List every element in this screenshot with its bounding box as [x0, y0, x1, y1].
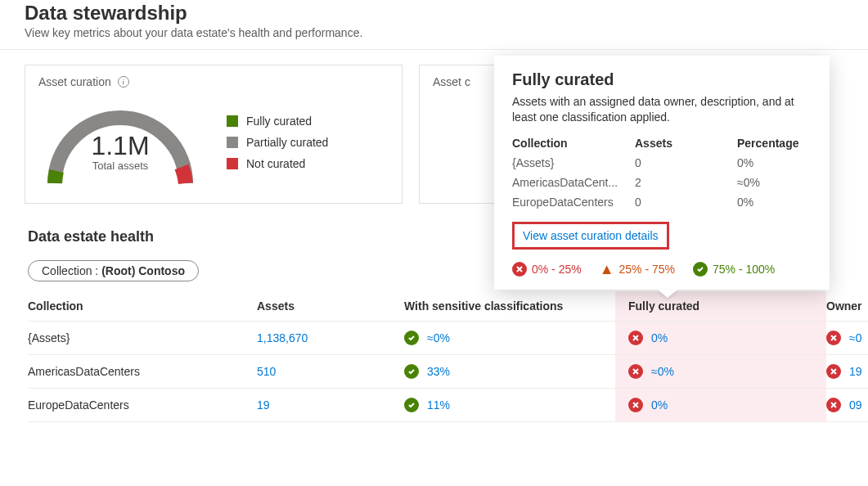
cell-assets-link[interactable]: 510: [257, 356, 404, 387]
popover-description: Assets with an assigned data owner, desc…: [512, 94, 812, 125]
success-icon: [404, 398, 419, 412]
popover-cell-assets: 0: [635, 196, 737, 209]
legend-label: Fully curated: [246, 115, 312, 128]
success-icon: [404, 331, 419, 345]
table-row: {Assets}1,138,670≈0%0%≈0: [28, 322, 868, 355]
error-icon: [628, 331, 643, 345]
page-subtitle: View key metrics about your data estate'…: [25, 26, 843, 39]
filter-label: Collection :: [42, 264, 98, 277]
legend-fully-curated: Fully curated: [227, 115, 328, 128]
page-title: Data stewardship: [25, 2, 843, 25]
legend-partially-curated: Partially curated: [227, 136, 328, 149]
view-asset-curation-details-link[interactable]: View asset curation details: [512, 222, 669, 250]
collection-filter-pill[interactable]: Collection : (Root) Contoso: [28, 260, 199, 281]
error-icon: [512, 262, 527, 277]
cell-owner[interactable]: 19: [826, 355, 868, 388]
cell-curated[interactable]: ≈0%: [615, 355, 826, 388]
cell-owner[interactable]: 09: [826, 389, 868, 421]
popover-cell-collection: AmericasDataCent...: [512, 176, 635, 189]
table-row: AmericasDataCenters51033%≈0%19: [28, 355, 868, 389]
col-owner[interactable]: Owner: [826, 299, 868, 314]
legend-not-curated: Not curated: [227, 157, 328, 170]
cell-assets-link[interactable]: 19: [257, 389, 404, 421]
legend-label: Partially curated: [246, 136, 328, 149]
cell-sensitive[interactable]: ≈0%: [404, 322, 615, 354]
popover-cell-assets: 2: [635, 176, 737, 189]
popover-row: {Assets}00%: [512, 153, 812, 173]
col-curated[interactable]: Fully curated: [615, 291, 826, 321]
popover-col-pct: Percentage: [737, 137, 812, 150]
popover-cell-collection: EuropeDataCenters: [512, 196, 635, 209]
popover-cell-pct: 0%: [737, 156, 812, 169]
warning-icon: ▲: [600, 261, 614, 278]
popover-cell-collection: {Assets}: [512, 156, 635, 169]
cell-curated[interactable]: 0%: [615, 389, 826, 421]
swatch-icon: [227, 115, 238, 127]
popover-cell-assets: 0: [635, 156, 737, 169]
cell-collection: EuropeDataCenters: [28, 389, 257, 421]
popover-cell-pct: 0%: [737, 196, 812, 209]
card-title: Asset curation: [38, 75, 111, 88]
popover-col-assets: Assets: [635, 137, 737, 150]
success-icon: [404, 364, 419, 379]
col-assets[interactable]: Assets: [257, 299, 404, 314]
curation-gauge-chart: 1.1M Total assets: [38, 93, 202, 191]
success-icon: [693, 262, 708, 277]
swatch-icon: [227, 158, 238, 169]
error-icon: [826, 364, 841, 379]
filter-value: (Root) Contoso: [101, 264, 185, 277]
info-icon[interactable]: i: [118, 76, 129, 88]
col-sensitive[interactable]: With sensitive classifications: [404, 299, 615, 314]
popover-row: EuropeDataCenters00%: [512, 192, 812, 212]
gauge-total-value: 1.1M: [38, 131, 202, 161]
legend-high-label: 75% - 100%: [713, 263, 775, 276]
legend-low-label: 0% - 25%: [532, 263, 582, 276]
legend-label: Not curated: [246, 157, 305, 170]
popover-row: AmericasDataCent...2≈0%: [512, 173, 812, 192]
cell-sensitive[interactable]: 33%: [404, 355, 615, 388]
gauge-total-label: Total assets: [38, 160, 202, 172]
gauge-legend: Fully curated Partially curated Not cura…: [227, 115, 328, 170]
error-icon: [826, 398, 841, 412]
error-icon: [628, 364, 643, 379]
popover-col-collection: Collection: [512, 137, 635, 150]
cell-assets-link[interactable]: 1,138,670: [257, 322, 404, 353]
cell-collection: AmericasDataCenters: [28, 356, 257, 387]
popover-cell-pct: ≈0%: [737, 176, 812, 189]
cell-owner[interactable]: ≈0: [826, 322, 868, 354]
asset-curation-card: Asset curation i 1.1M Total assets Fully…: [25, 65, 403, 204]
error-icon: [826, 331, 841, 345]
col-collection[interactable]: Collection: [28, 299, 257, 314]
fully-curated-popover: Fully curated Assets with an assigned da…: [494, 56, 830, 290]
card-title: Asset c: [433, 75, 470, 88]
popover-status-legend: 0% - 25% ▲ 25% - 75% 75% - 100%: [512, 261, 812, 278]
cell-sensitive[interactable]: 11%: [404, 389, 615, 421]
cell-collection: {Assets}: [28, 322, 257, 353]
legend-mid-label: 25% - 75%: [619, 263, 675, 276]
table-row: EuropeDataCenters1911%0%09: [28, 389, 868, 422]
cell-curated[interactable]: 0%: [615, 322, 826, 354]
health-table: Collection Assets With sensitive classif…: [0, 281, 868, 422]
swatch-icon: [227, 137, 238, 148]
error-icon: [628, 398, 643, 412]
popover-title: Fully curated: [512, 70, 812, 89]
